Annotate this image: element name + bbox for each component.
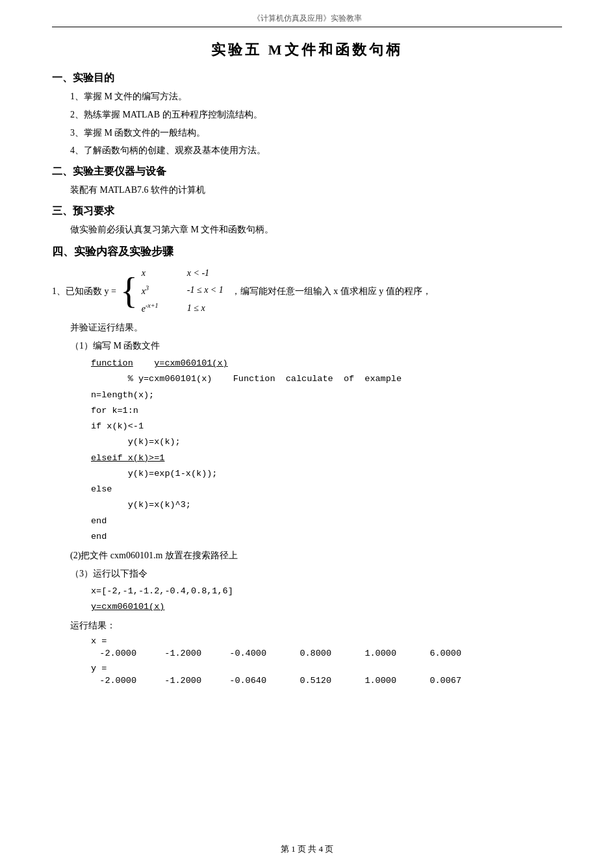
- cmd-y: y=cxm060101(x): [91, 600, 562, 614]
- section-three-heading: 三、预习要求: [52, 205, 562, 218]
- step1a-text: （1）编写 M 函数文件: [70, 341, 160, 351]
- section-one-heading: 一、实验目的: [52, 71, 562, 85]
- code-line-if: if x(k)<-1: [91, 419, 562, 434]
- code-line-yk2: y(k)=exp(1-x(k));: [91, 467, 562, 481]
- case-2-cond: -1 ≤ x < 1: [187, 282, 224, 298]
- page: 《计算机仿真及应用》实验教率 实验五 M文件和函数句柄 一、实验目的 1、掌握 …: [0, 0, 614, 868]
- x-val-3: -0.4000: [221, 649, 266, 658]
- cases-formula: { x x < -1 x3 -1 ≤ x < 1 e-x+1 1 ≤ x: [120, 266, 224, 317]
- header-text: 《计算机仿真及应用》实验教率: [253, 14, 362, 23]
- footer: 第 1 页 共 4 页: [0, 843, 614, 855]
- y-val-1: -2.0000: [91, 676, 136, 686]
- x-val-2: -1.2000: [156, 649, 201, 658]
- step3-text: （3）运行以下指令: [70, 569, 147, 578]
- section-three-content: 做实验前必须认真复习第六章 M 文件和函数句柄。: [70, 222, 562, 238]
- result-heading-text: 运行结果：: [70, 621, 116, 630]
- case-3-cond: 1 ≤ x: [187, 301, 205, 316]
- step-verify: 并验证运行结果。: [70, 320, 562, 336]
- code-function-keyword: function: [91, 358, 133, 368]
- problem-desc: ，编写能对任意一组输入 x 值求相应 y 值的程序，: [231, 283, 431, 299]
- result-x-label: x =: [91, 636, 562, 646]
- footer-text: 第 1 页 共 4 页: [281, 844, 333, 854]
- header-bar: 《计算机仿真及应用》实验教率: [52, 13, 562, 27]
- code-line-yk1: y(k)=x(k);: [91, 435, 562, 449]
- y-val-3: -0.0640: [221, 676, 266, 686]
- case-1-expr: x: [142, 266, 168, 281]
- result-y-values: -2.0000 -1.2000 -0.0640 0.5120 1.0000 0.…: [91, 676, 562, 686]
- code-line-for: for k=1:n: [91, 404, 562, 418]
- section-two-content: 装配有 MATLAB7.6 软件的计算机: [70, 182, 562, 198]
- result-y-label: y =: [91, 663, 562, 673]
- code-line-yk3: y(k)=x(k)^3;: [91, 498, 562, 512]
- case-2-expr: x3: [142, 282, 168, 299]
- code-line-elseif: elseif x(k)>=1: [91, 451, 562, 465]
- code-line-1: function y=cxm060101(x): [91, 356, 562, 371]
- y-values-row: -2.0000 -1.2000 -0.0640 0.5120 1.0000 0.…: [91, 676, 562, 686]
- x-val-1: -2.0000: [91, 649, 136, 658]
- code-function-sig: y=cxm060101(x): [154, 358, 227, 368]
- x-val-5: 1.0000: [351, 649, 396, 658]
- step-verify-text: 并验证运行结果。: [70, 323, 143, 332]
- function-keyword-comment: Function: [233, 374, 275, 384]
- main-title: 实验五 M文件和函数句柄: [52, 40, 562, 60]
- item-4: 4、了解函数句柄的创建、观察及基本使用方法。: [70, 143, 562, 158]
- case-1: x x < -1: [142, 266, 224, 281]
- x-label: x =: [91, 636, 107, 646]
- step2-text: (2)把文件 cxm060101.m 放置在搜索路径上: [70, 551, 238, 560]
- y-val-4: 0.5120: [286, 676, 331, 686]
- step2: (2)把文件 cxm060101.m 放置在搜索路径上: [70, 548, 562, 564]
- x-val-6: 6.0000: [416, 649, 461, 658]
- step1a: （1）编写 M 函数文件: [70, 338, 562, 354]
- item-1: 1、掌握 M 文件的编写方法。: [70, 89, 562, 105]
- y-val-5: 1.0000: [351, 676, 396, 686]
- x-val-4: 0.8000: [286, 649, 331, 658]
- case-3: e-x+1 1 ≤ x: [142, 300, 224, 316]
- cases-lines: x x < -1 x3 -1 ≤ x < 1 e-x+1 1 ≤ x: [142, 266, 224, 317]
- code-line-end2: end: [91, 530, 562, 544]
- y-label: y =: [91, 663, 107, 673]
- section-two-heading: 二、实验主要仪器与设备: [52, 165, 562, 179]
- problem-intro: 1、已知函数 y =: [52, 283, 116, 299]
- case-3-expr: e-x+1: [142, 300, 168, 316]
- step3: （3）运行以下指令: [70, 566, 562, 582]
- result-heading: 运行结果：: [70, 618, 562, 634]
- code-elseif: elseif x(k)>=1: [91, 453, 164, 463]
- code-line-n: n=length(x);: [91, 388, 562, 403]
- code-line-comment: % y=cxm060101(x) Function calculate of e…: [91, 372, 562, 386]
- cmd-x: x=[-2,-1,-1.2,-0.4,0.8,1,6]: [91, 584, 562, 599]
- problem-formula: 1、已知函数 y = { x x < -1 x3 -1 ≤ x < 1 e-x+…: [52, 266, 562, 317]
- left-brace: {: [120, 273, 138, 309]
- item-2: 2、熟练掌握 MATLAB 的五种程序控制流结构。: [70, 107, 562, 123]
- y-val-2: -1.2000: [156, 676, 201, 686]
- case-2: x3 -1 ≤ x < 1: [142, 282, 224, 299]
- case-1-cond: x < -1: [187, 266, 209, 281]
- result-x-values: -2.0000 -1.2000 -0.4000 0.8000 1.0000 6.…: [91, 649, 562, 658]
- code-line-else: else: [91, 482, 562, 497]
- item-3: 3、掌握 M 函数文件的一般结构。: [70, 125, 562, 141]
- code-line-end1: end: [91, 514, 562, 528]
- section-four-heading: 四、实验内容及实验步骤: [52, 244, 562, 259]
- x-values-row: -2.0000 -1.2000 -0.4000 0.8000 1.0000 6.…: [91, 649, 562, 658]
- cmd-y-underline: y=cxm060101(x): [91, 602, 164, 612]
- y-val-6: 0.0067: [416, 676, 461, 686]
